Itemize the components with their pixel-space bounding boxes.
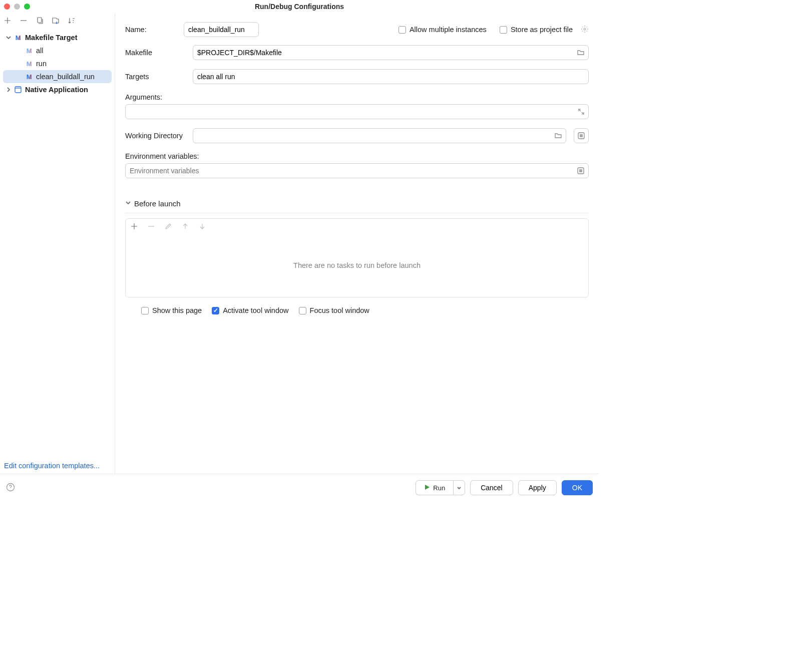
arguments-input[interactable] bbox=[125, 104, 589, 119]
store-as-project-label: Store as project file bbox=[511, 26, 573, 34]
add-task-icon[interactable] bbox=[130, 222, 139, 231]
targets-input[interactable] bbox=[193, 69, 589, 84]
env-label: Environment variables: bbox=[125, 152, 589, 160]
checkbox-icon bbox=[398, 26, 406, 34]
remove-config-icon[interactable] bbox=[19, 16, 28, 25]
checkbox-icon bbox=[141, 307, 149, 314]
sidebar: MI Makefile Target MI all MI run MI clea… bbox=[0, 13, 115, 474]
chevron-down-icon[interactable] bbox=[5, 34, 12, 41]
chevron-down-icon[interactable] bbox=[125, 200, 131, 207]
activate-tool-window-label: Activate tool window bbox=[223, 306, 288, 314]
show-this-page-label: Show this page bbox=[152, 306, 202, 314]
makefile-icon: MI bbox=[14, 34, 22, 42]
move-down-icon[interactable] bbox=[198, 222, 207, 231]
makefile-label: Makefile bbox=[125, 49, 185, 57]
makefile-input[interactable] bbox=[193, 45, 589, 60]
run-dropdown-button[interactable] bbox=[453, 480, 465, 495]
sort-icon[interactable] bbox=[67, 16, 76, 25]
tree-item-all[interactable]: MI all bbox=[0, 44, 115, 57]
name-label: Name: bbox=[125, 26, 178, 34]
gear-icon[interactable] bbox=[581, 25, 589, 35]
checkbox-icon bbox=[500, 26, 507, 34]
before-launch-empty-text: There are no tasks to run before launch bbox=[126, 234, 588, 297]
window-title: Run/Debug Configurations bbox=[255, 3, 344, 11]
move-up-icon[interactable] bbox=[181, 222, 190, 231]
run-button-label: Run bbox=[433, 484, 445, 492]
svg-point-2 bbox=[584, 28, 586, 30]
ok-button[interactable]: OK bbox=[562, 480, 593, 495]
tree-item-label: all bbox=[36, 47, 44, 55]
tree-group-label: Makefile Target bbox=[25, 34, 78, 42]
arguments-label: Arguments: bbox=[125, 93, 589, 101]
checkbox-icon bbox=[299, 307, 306, 314]
copy-config-icon[interactable] bbox=[35, 16, 44, 25]
folder-icon[interactable] bbox=[554, 132, 562, 140]
targets-label: Targets bbox=[125, 73, 185, 81]
focus-tool-window-label: Focus tool window bbox=[310, 306, 369, 314]
env-edit-icon[interactable] bbox=[577, 167, 585, 175]
tree-item-label: clean_buildall_run bbox=[36, 73, 95, 81]
dialog-footer: Run Cancel Apply OK bbox=[0, 474, 599, 501]
run-split-button: Run bbox=[416, 480, 465, 495]
edit-templates-link[interactable]: Edit configuration templates... bbox=[4, 462, 100, 470]
tree-item-run[interactable]: MI run bbox=[0, 57, 115, 70]
help-icon[interactable] bbox=[6, 483, 15, 493]
show-this-page-checkbox[interactable]: Show this page bbox=[141, 306, 202, 314]
before-launch-title: Before launch bbox=[134, 199, 181, 208]
makefile-icon: MI bbox=[25, 47, 33, 55]
edit-task-icon[interactable] bbox=[164, 222, 173, 231]
cancel-button[interactable]: Cancel bbox=[470, 480, 513, 495]
allow-multiple-label: Allow multiple instances bbox=[410, 26, 487, 34]
config-form: Name: Allow multiple instances Store as … bbox=[115, 13, 599, 474]
close-window-icon[interactable] bbox=[4, 4, 10, 10]
svg-rect-0 bbox=[38, 18, 42, 23]
minimize-window-icon bbox=[14, 4, 20, 10]
native-app-icon bbox=[14, 86, 22, 94]
working-dir-input[interactable] bbox=[193, 128, 566, 143]
folder-icon[interactable] bbox=[577, 49, 585, 57]
maximize-window-icon[interactable] bbox=[24, 4, 30, 10]
tree-item-label: run bbox=[36, 60, 47, 68]
makefile-icon: MI bbox=[25, 60, 33, 68]
remove-task-icon[interactable] bbox=[147, 222, 156, 231]
apply-button[interactable]: Apply bbox=[518, 480, 557, 495]
expand-icon[interactable] bbox=[578, 108, 585, 115]
svg-rect-1 bbox=[15, 87, 21, 93]
tree-group-native-application[interactable]: Native Application bbox=[0, 83, 115, 96]
config-tree: MI Makefile Target MI all MI run MI clea… bbox=[0, 28, 115, 458]
sidebar-toolbar bbox=[0, 13, 115, 28]
env-input[interactable] bbox=[125, 163, 589, 178]
before-launch-box: There are no tasks to run before launch bbox=[125, 218, 589, 297]
tree-group-label: Native Application bbox=[25, 86, 88, 94]
store-as-project-checkbox[interactable]: Store as project file bbox=[500, 26, 573, 34]
tree-group-makefile-target[interactable]: MI Makefile Target bbox=[0, 31, 115, 44]
add-config-icon[interactable] bbox=[3, 16, 12, 25]
working-dir-label: Working Directory bbox=[125, 132, 185, 140]
name-input[interactable] bbox=[184, 22, 259, 37]
activate-tool-window-checkbox[interactable]: Activate tool window bbox=[212, 306, 288, 314]
titlebar: Run/Debug Configurations bbox=[0, 0, 599, 13]
allow-multiple-checkbox[interactable]: Allow multiple instances bbox=[398, 26, 487, 34]
checkbox-checked-icon bbox=[212, 307, 219, 314]
play-icon bbox=[424, 484, 430, 492]
window-controls bbox=[4, 4, 30, 10]
macros-button[interactable] bbox=[574, 128, 589, 143]
tree-item-clean-buildall-run[interactable]: MI clean_buildall_run bbox=[3, 70, 112, 83]
focus-tool-window-checkbox[interactable]: Focus tool window bbox=[299, 306, 369, 314]
makefile-icon: MI bbox=[25, 73, 33, 81]
save-as-template-icon[interactable] bbox=[51, 16, 60, 25]
chevron-right-icon[interactable] bbox=[5, 86, 12, 93]
run-button[interactable]: Run bbox=[416, 480, 453, 495]
